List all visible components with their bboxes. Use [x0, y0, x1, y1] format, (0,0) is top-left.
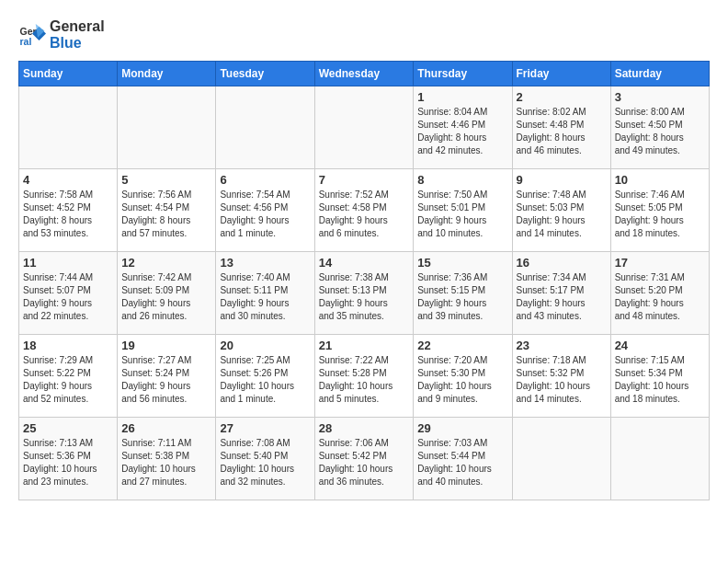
day-info: Sunrise: 7:18 AM Sunset: 5:32 PM Dayligh… [517, 354, 607, 406]
calendar-cell: 3Sunrise: 8:00 AM Sunset: 4:50 PM Daylig… [610, 86, 709, 169]
svg-text:ral: ral [20, 36, 32, 47]
calendar-cell: 15Sunrise: 7:36 AM Sunset: 5:15 PM Dayli… [414, 252, 512, 335]
day-number: 5 [121, 173, 211, 187]
day-number: 20 [220, 339, 310, 352]
day-info: Sunrise: 7:22 AM Sunset: 5:28 PM Dayligh… [319, 354, 410, 406]
day-info: Sunrise: 7:54 AM Sunset: 4:56 PM Dayligh… [220, 189, 310, 240]
day-number: 29 [417, 421, 507, 435]
calendar-cell: 22Sunrise: 7:20 AM Sunset: 5:30 PM Dayli… [414, 335, 512, 418]
header-monday: Monday [118, 62, 216, 86]
day-info: Sunrise: 7:11 AM Sunset: 5:38 PM Dayligh… [121, 437, 211, 488]
day-number: 6 [220, 173, 310, 187]
day-info: Sunrise: 8:00 AM Sunset: 4:50 PM Dayligh… [615, 106, 705, 157]
day-info: Sunrise: 7:13 AM Sunset: 5:36 PM Dayligh… [23, 437, 113, 488]
day-info: Sunrise: 7:29 AM Sunset: 5:22 PM Dayligh… [23, 354, 113, 406]
day-number: 11 [23, 256, 113, 270]
day-number: 28 [319, 421, 410, 435]
day-info: Sunrise: 7:31 AM Sunset: 5:20 PM Dayligh… [615, 271, 705, 323]
calendar-cell: 9Sunrise: 7:48 AM Sunset: 5:03 PM Daylig… [512, 169, 610, 252]
day-info: Sunrise: 7:38 AM Sunset: 5:13 PM Dayligh… [319, 271, 410, 323]
calendar-cell: 12Sunrise: 7:42 AM Sunset: 5:09 PM Dayli… [118, 252, 216, 335]
logo: Gene ral General Blue [18, 18, 105, 52]
calendar-cell: 8Sunrise: 7:50 AM Sunset: 5:01 PM Daylig… [414, 169, 512, 252]
day-info: Sunrise: 7:58 AM Sunset: 4:52 PM Dayligh… [23, 189, 113, 240]
header-wednesday: Wednesday [314, 62, 414, 86]
calendar-cell: 21Sunrise: 7:22 AM Sunset: 5:28 PM Dayli… [314, 335, 414, 418]
day-info: Sunrise: 8:04 AM Sunset: 4:46 PM Dayligh… [417, 106, 507, 157]
day-number: 9 [517, 173, 607, 187]
day-info: Sunrise: 8:02 AM Sunset: 4:48 PM Dayligh… [517, 106, 607, 157]
header-saturday: Saturday [610, 62, 709, 86]
week-row-0: 1Sunrise: 8:04 AM Sunset: 4:46 PM Daylig… [19, 86, 710, 169]
day-number: 8 [417, 173, 507, 187]
day-number: 19 [121, 339, 211, 352]
calendar-cell: 24Sunrise: 7:15 AM Sunset: 5:34 PM Dayli… [610, 335, 709, 418]
calendar-cell: 1Sunrise: 8:04 AM Sunset: 4:46 PM Daylig… [414, 86, 512, 169]
calendar-header-row: SundayMondayTuesdayWednesdayThursdayFrid… [19, 62, 710, 86]
day-info: Sunrise: 7:20 AM Sunset: 5:30 PM Dayligh… [417, 354, 507, 406]
calendar-cell: 4Sunrise: 7:58 AM Sunset: 4:52 PM Daylig… [19, 169, 118, 252]
day-info: Sunrise: 7:44 AM Sunset: 5:07 PM Dayligh… [23, 271, 113, 323]
day-info: Sunrise: 7:36 AM Sunset: 5:15 PM Dayligh… [417, 271, 507, 323]
calendar-table: SundayMondayTuesdayWednesdayThursdayFrid… [18, 61, 710, 500]
day-number: 10 [615, 173, 705, 187]
day-number: 15 [417, 256, 507, 270]
day-number: 7 [319, 173, 410, 187]
day-info: Sunrise: 7:52 AM Sunset: 4:58 PM Dayligh… [319, 189, 410, 240]
calendar-cell: 7Sunrise: 7:52 AM Sunset: 4:58 PM Daylig… [314, 169, 414, 252]
logo-general: General [50, 18, 105, 35]
calendar-cell [314, 86, 414, 169]
day-number: 12 [121, 256, 211, 270]
calendar-cell: 2Sunrise: 8:02 AM Sunset: 4:48 PM Daylig… [512, 86, 610, 169]
day-number: 1 [417, 90, 507, 104]
day-number: 4 [23, 173, 113, 187]
week-row-3: 18Sunrise: 7:29 AM Sunset: 5:22 PM Dayli… [19, 335, 710, 418]
day-number: 2 [517, 90, 607, 104]
day-info: Sunrise: 7:48 AM Sunset: 5:03 PM Dayligh… [517, 189, 607, 240]
calendar-cell: 25Sunrise: 7:13 AM Sunset: 5:36 PM Dayli… [19, 418, 118, 500]
header: Gene ral General Blue [18, 18, 710, 52]
day-number: 3 [615, 90, 705, 104]
calendar-cell: 13Sunrise: 7:40 AM Sunset: 5:11 PM Dayli… [216, 252, 314, 335]
day-info: Sunrise: 7:25 AM Sunset: 5:26 PM Dayligh… [220, 354, 310, 406]
calendar-cell: 17Sunrise: 7:31 AM Sunset: 5:20 PM Dayli… [610, 252, 709, 335]
day-number: 22 [417, 339, 507, 352]
day-info: Sunrise: 7:08 AM Sunset: 5:40 PM Dayligh… [220, 437, 310, 488]
week-row-4: 25Sunrise: 7:13 AM Sunset: 5:36 PM Dayli… [19, 418, 710, 500]
header-sunday: Sunday [19, 62, 118, 86]
calendar-cell: 23Sunrise: 7:18 AM Sunset: 5:32 PM Dayli… [512, 335, 610, 418]
week-row-1: 4Sunrise: 7:58 AM Sunset: 4:52 PM Daylig… [19, 169, 710, 252]
calendar-cell: 19Sunrise: 7:27 AM Sunset: 5:24 PM Dayli… [118, 335, 216, 418]
calendar-cell: 27Sunrise: 7:08 AM Sunset: 5:40 PM Dayli… [216, 418, 314, 500]
calendar-cell [19, 86, 118, 169]
day-number: 17 [615, 256, 705, 270]
calendar-body: 1Sunrise: 8:04 AM Sunset: 4:46 PM Daylig… [19, 86, 710, 500]
day-number: 23 [517, 339, 607, 352]
day-info: Sunrise: 7:42 AM Sunset: 5:09 PM Dayligh… [121, 271, 211, 323]
calendar-cell: 16Sunrise: 7:34 AM Sunset: 5:17 PM Dayli… [512, 252, 610, 335]
calendar-cell [216, 86, 314, 169]
calendar-cell: 14Sunrise: 7:38 AM Sunset: 5:13 PM Dayli… [314, 252, 414, 335]
calendar-cell [512, 418, 610, 500]
calendar-cell: 29Sunrise: 7:03 AM Sunset: 5:44 PM Dayli… [414, 418, 512, 500]
day-number: 21 [319, 339, 410, 352]
logo-icon: Gene ral [18, 21, 46, 49]
calendar-cell: 11Sunrise: 7:44 AM Sunset: 5:07 PM Dayli… [19, 252, 118, 335]
day-info: Sunrise: 7:50 AM Sunset: 5:01 PM Dayligh… [417, 189, 507, 240]
calendar-cell [610, 418, 709, 500]
day-info: Sunrise: 7:46 AM Sunset: 5:05 PM Dayligh… [615, 189, 705, 240]
calendar-cell: 18Sunrise: 7:29 AM Sunset: 5:22 PM Dayli… [19, 335, 118, 418]
day-number: 25 [23, 421, 113, 435]
day-info: Sunrise: 7:15 AM Sunset: 5:34 PM Dayligh… [615, 354, 705, 406]
day-number: 18 [23, 339, 113, 352]
day-info: Sunrise: 7:56 AM Sunset: 4:54 PM Dayligh… [121, 189, 211, 240]
day-info: Sunrise: 7:27 AM Sunset: 5:24 PM Dayligh… [121, 354, 211, 406]
day-number: 13 [220, 256, 310, 270]
header-thursday: Thursday [414, 62, 512, 86]
day-number: 14 [319, 256, 410, 270]
calendar-cell [118, 86, 216, 169]
day-info: Sunrise: 7:34 AM Sunset: 5:17 PM Dayligh… [517, 271, 607, 323]
day-info: Sunrise: 7:03 AM Sunset: 5:44 PM Dayligh… [417, 437, 507, 488]
calendar-cell: 20Sunrise: 7:25 AM Sunset: 5:26 PM Dayli… [216, 335, 314, 418]
day-number: 27 [220, 421, 310, 435]
